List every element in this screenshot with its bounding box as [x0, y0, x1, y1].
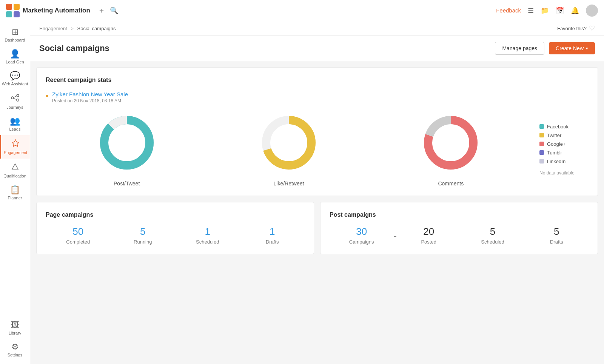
post-stat-scheduled: 5 Scheduled: [461, 226, 524, 245]
bell-icon[interactable]: 🔔: [571, 6, 579, 15]
zoho-logo: [6, 4, 20, 17]
list-icon[interactable]: ☰: [528, 6, 534, 15]
sidebar-bottom: 🖼 Library ⚙ Settings: [6, 317, 24, 361]
chart-label-like-retweet: Like/Retweet: [274, 180, 304, 187]
legend-label-googleplus: Google+: [547, 141, 566, 147]
planner-icon: 📋: [10, 186, 20, 194]
leads-icon: 👥: [10, 117, 20, 125]
breadcrumb-parent[interactable]: Engagement: [39, 26, 67, 31]
legend-label-twitter: Twitter: [547, 133, 561, 138]
post-stat-drafts: 5 Drafts: [525, 226, 589, 245]
post-stat-num-drafts: 5: [554, 226, 559, 238]
content-area: Engagement > Social campaigns Favorite t…: [30, 21, 604, 364]
post-stat-num-campaigns: 30: [356, 226, 367, 238]
lead-gen-icon: 👤: [10, 50, 20, 58]
manage-pages-button[interactable]: Manage pages: [495, 42, 544, 55]
legend-label-tumblr: Tumblr: [547, 150, 562, 156]
topnav-right: Feedback ☰ 📁 📅 🔔: [496, 5, 598, 17]
sidebar-item-label: Leads: [9, 127, 21, 131]
page-campaigns-title: Page campaigns: [46, 211, 305, 218]
sidebar: ⊞ Dashboard 👤 Lead Gen 💬 Web Assistant J…: [0, 21, 30, 364]
page-campaigns-card: Page campaigns 50 Completed 5 Running 1: [36, 202, 314, 254]
legend-label-facebook: Facebook: [547, 124, 569, 130]
breadcrumb-separator: >: [71, 26, 75, 31]
sidebar-item-qualification[interactable]: Qualification: [0, 159, 30, 182]
sidebar-item-label: Engagement: [4, 150, 27, 155]
svg-point-13: [104, 120, 149, 165]
charts-row: Post/Tweet Like/Retweet: [46, 113, 589, 187]
journeys-icon: [11, 94, 19, 103]
favorite-label: Favorite this?: [557, 26, 587, 31]
stats-card: Recent campaign stats ▪ Zylker Fashion N…: [36, 67, 598, 196]
sidebar-item-leads[interactable]: 👥 Leads: [0, 113, 30, 135]
add-button[interactable]: ＋: [98, 5, 105, 15]
sidebar-item-dashboard[interactable]: ⊞ Dashboard: [0, 24, 30, 46]
legend-dot-facebook: [539, 124, 544, 129]
svg-point-6: [17, 99, 19, 101]
legend-googleplus: Google+: [539, 141, 581, 147]
breadcrumb-bar: Engagement > Social campaigns Favorite t…: [30, 21, 604, 36]
post-campaigns-card: Post campaigns 30 Campaigns - 20 Posted …: [320, 202, 598, 254]
heart-icon[interactable]: ♡: [589, 24, 595, 32]
breadcrumb-current: Social campaigns: [77, 26, 116, 31]
sidebar-item-lead-gen[interactable]: 👤 Lead Gen: [0, 46, 30, 68]
avatar[interactable]: [586, 5, 598, 17]
post-stat-label-drafts: Drafts: [550, 239, 563, 245]
donut-post-tweet: [97, 113, 157, 173]
legend-area: Facebook Twitter Google+ Tumblr: [532, 124, 589, 176]
stat-running: 5 Running: [111, 226, 176, 245]
post-stat-label-campaigns: Campaigns: [349, 239, 374, 245]
chart-post-tweet: Post/Tweet: [46, 113, 208, 187]
stat-label-running: Running: [134, 239, 152, 245]
post-stat-separator: -: [393, 230, 397, 245]
calendar-icon[interactable]: 📅: [556, 6, 564, 15]
sidebar-item-engagement[interactable]: Engagement: [0, 135, 30, 159]
post-stat-num-scheduled: 5: [490, 226, 495, 238]
chart-label-comments: Comments: [438, 180, 464, 187]
sidebar-item-label: Journeys: [6, 105, 23, 110]
cards-area: Recent campaign stats ▪ Zylker Fashion N…: [30, 61, 604, 260]
stat-drafts: 1 Drafts: [240, 226, 305, 245]
search-button[interactable]: 🔍: [110, 6, 118, 15]
create-new-button[interactable]: Create New ▾: [549, 42, 595, 54]
favorite-area: Favorite this? ♡: [557, 24, 595, 32]
web-assistant-icon: 💬: [10, 72, 20, 80]
sidebar-item-settings[interactable]: ⚙ Settings: [6, 339, 24, 361]
campaign-header: ▪ Zylker Fashion New Year Sale Posted on…: [46, 91, 589, 103]
campaign-name[interactable]: Zylker Fashion New Year Sale: [52, 91, 128, 97]
sidebar-item-planner[interactable]: 📋 Planner: [0, 182, 30, 204]
sidebar-item-library[interactable]: 🖼 Library: [6, 317, 24, 339]
legend-facebook: Facebook: [539, 124, 581, 130]
library-icon: 🖼: [11, 321, 19, 329]
sidebar-item-web-assistant[interactable]: 💬 Web Assistant: [0, 68, 30, 90]
qualification-icon: [11, 162, 19, 172]
svg-marker-9: [12, 140, 19, 147]
bottom-row: Page campaigns 50 Completed 5 Running 1: [36, 202, 598, 254]
legend-label-linkedin: LinkedIn: [547, 159, 565, 164]
app-title: Marketing Automation: [23, 7, 90, 14]
svg-point-5: [17, 94, 19, 97]
post-campaigns-title: Post campaigns: [330, 211, 589, 218]
stats-card-title: Recent campaign stats: [46, 77, 589, 83]
no-data-label: No data available: [539, 170, 581, 176]
folder-icon[interactable]: 📁: [541, 6, 549, 15]
chart-label-post-tweet: Post/Tweet: [114, 180, 140, 187]
legend-dot-tumblr: [539, 150, 544, 155]
donut-like-retweet: [259, 113, 319, 173]
svg-rect-1: [14, 4, 20, 10]
stat-label-scheduled: Scheduled: [196, 239, 219, 245]
sidebar-item-journeys[interactable]: Journeys: [0, 90, 30, 113]
stat-label-completed: Completed: [66, 239, 90, 245]
stat-completed: 50 Completed: [46, 226, 111, 245]
engagement-icon: [11, 139, 20, 149]
legend-dot-twitter: [539, 133, 544, 137]
dashboard-icon: ⊞: [12, 28, 18, 36]
chart-like-retweet: Like/Retweet: [208, 113, 370, 187]
feedback-link[interactable]: Feedback: [496, 7, 521, 14]
legend-tumblr: Tumblr: [539, 150, 581, 156]
legend-linkedin: LinkedIn: [539, 159, 581, 164]
svg-rect-0: [6, 4, 12, 10]
stat-num-running: 5: [140, 226, 145, 238]
breadcrumb: Engagement > Social campaigns: [39, 26, 116, 31]
main-layout: ⊞ Dashboard 👤 Lead Gen 💬 Web Assistant J…: [0, 21, 604, 364]
